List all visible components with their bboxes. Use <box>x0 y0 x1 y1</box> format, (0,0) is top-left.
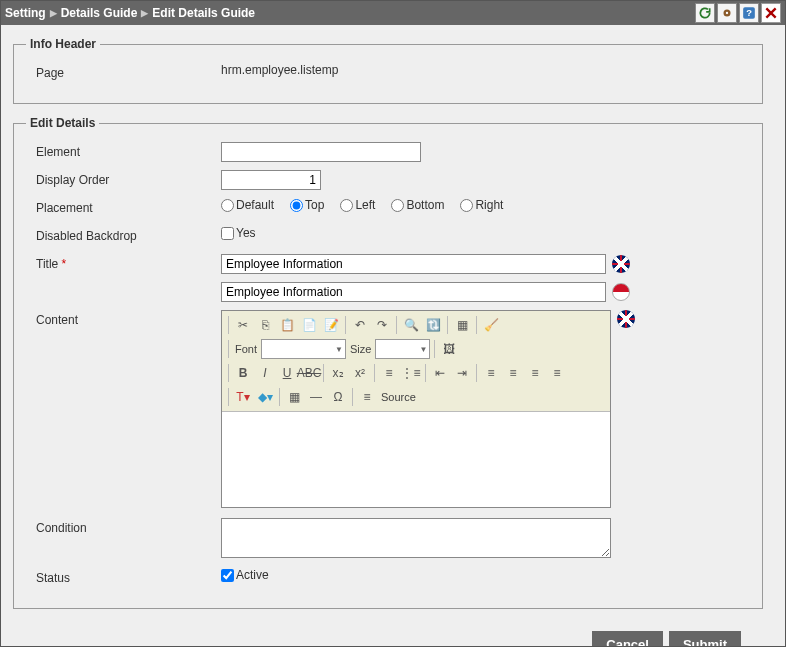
indonesia-flag-icon <box>612 283 630 301</box>
info-header-fieldset: Info Header Page hrm.employee.listemp <box>13 37 763 104</box>
placement-right-radio[interactable]: Right <box>460 198 503 212</box>
subscript-icon[interactable]: x₂ <box>328 363 348 383</box>
svg-text:?: ? <box>746 8 752 18</box>
paste-icon[interactable]: 📋 <box>277 315 297 335</box>
submit-button[interactable]: Submit <box>669 631 741 646</box>
condition-label: Condition <box>26 518 221 535</box>
close-button[interactable] <box>761 3 781 23</box>
placement-default-radio[interactable]: Default <box>221 198 274 212</box>
status-label: Status <box>26 568 221 585</box>
titlebar: Setting ▶ Details Guide ▶ Edit Details G… <box>1 1 785 25</box>
redo-icon[interactable]: ↷ <box>372 315 392 335</box>
unordered-list-icon[interactable]: ⋮≡ <box>401 363 421 383</box>
text-color-icon[interactable]: T▾ <box>233 387 253 407</box>
rich-text-editor: ✂ ⎘ 📋 📄 📝 ↶ ↷ 🔍 🔃 <box>221 310 611 508</box>
align-center-icon[interactable]: ≡ <box>503 363 523 383</box>
source-icon[interactable]: ≡ <box>357 387 377 407</box>
bg-color-icon[interactable]: ◆▾ <box>255 387 275 407</box>
display-order-input[interactable] <box>221 170 321 190</box>
display-order-label: Display Order <box>26 170 221 187</box>
title-en-input[interactable] <box>221 254 606 274</box>
ordered-list-icon[interactable]: ≡ <box>379 363 399 383</box>
indent-icon[interactable]: ⇥ <box>452 363 472 383</box>
footer: Cancel Submit <box>13 621 763 646</box>
fieldset-legend: Info Header <box>26 37 100 51</box>
align-right-icon[interactable]: ≡ <box>525 363 545 383</box>
chevron-right-icon: ▶ <box>141 8 148 18</box>
page-value: hrm.employee.listemp <box>221 63 750 77</box>
placement-left-radio[interactable]: Left <box>340 198 375 212</box>
image-icon[interactable]: 🖼 <box>439 339 459 359</box>
font-select[interactable]: ▼ <box>261 339 346 359</box>
uk-flag-icon <box>612 255 630 273</box>
edit-details-fieldset: Edit Details Element Display Order Place… <box>13 116 763 609</box>
placement-label: Placement <box>26 198 221 215</box>
superscript-icon[interactable]: x² <box>350 363 370 383</box>
paste-text-icon[interactable]: 📄 <box>299 315 319 335</box>
strike-icon[interactable]: ABC <box>299 363 319 383</box>
placement-top-radio[interactable]: Top <box>290 198 324 212</box>
condition-textarea[interactable] <box>221 518 611 558</box>
page-label: Page <box>26 63 221 80</box>
outdent-icon[interactable]: ⇤ <box>430 363 450 383</box>
element-input[interactable] <box>221 142 421 162</box>
refresh-button[interactable] <box>695 3 715 23</box>
cancel-button[interactable]: Cancel <box>592 631 663 646</box>
undo-icon[interactable]: ↶ <box>350 315 370 335</box>
title-id-input[interactable] <box>221 282 606 302</box>
help-button[interactable]: ? <box>739 3 759 23</box>
element-label: Element <box>26 142 221 159</box>
remove-format-icon[interactable]: 🧹 <box>481 315 501 335</box>
editor-body[interactable] <box>222 412 610 507</box>
source-label[interactable]: Source <box>379 391 418 403</box>
replace-icon[interactable]: 🔃 <box>423 315 443 335</box>
titlebar-actions: ? <box>695 3 781 23</box>
copy-icon[interactable]: ⎘ <box>255 315 275 335</box>
title-label: Title * <box>26 254 221 271</box>
svg-point-1 <box>726 12 728 14</box>
size-label: Size <box>348 343 373 355</box>
breadcrumb-item: Edit Details Guide <box>152 6 255 20</box>
align-left-icon[interactable]: ≡ <box>481 363 501 383</box>
cut-icon[interactable]: ✂ <box>233 315 253 335</box>
placement-bottom-radio[interactable]: Bottom <box>391 198 444 212</box>
italic-icon[interactable]: I <box>255 363 275 383</box>
content-area: Info Header Page hrm.employee.listemp Ed… <box>1 25 785 646</box>
editor-toolbar: ✂ ⎘ 📋 📄 📝 ↶ ↷ 🔍 🔃 <box>222 311 610 412</box>
font-label: Font <box>233 343 259 355</box>
content-label: Content <box>26 310 221 327</box>
fieldset-legend: Edit Details <box>26 116 99 130</box>
breadcrumb-item[interactable]: Details Guide <box>61 6 138 20</box>
status-active-checkbox[interactable]: Active <box>221 568 269 582</box>
underline-icon[interactable]: U <box>277 363 297 383</box>
uk-flag-icon <box>617 310 635 328</box>
size-select[interactable]: ▼ <box>375 339 430 359</box>
settings-button[interactable] <box>717 3 737 23</box>
align-justify-icon[interactable]: ≡ <box>547 363 567 383</box>
breadcrumb-item[interactable]: Setting <box>5 6 46 20</box>
breadcrumb: Setting ▶ Details Guide ▶ Edit Details G… <box>5 6 255 20</box>
special-char-icon[interactable]: Ω <box>328 387 348 407</box>
disabled-backdrop-label: Disabled Backdrop <box>26 226 221 243</box>
disabled-backdrop-checkbox[interactable]: Yes <box>221 226 256 240</box>
table-icon[interactable]: ▦ <box>284 387 304 407</box>
paste-word-icon[interactable]: 📝 <box>321 315 341 335</box>
dialog-window: Setting ▶ Details Guide ▶ Edit Details G… <box>0 0 786 647</box>
chevron-right-icon: ▶ <box>50 8 57 18</box>
bold-icon[interactable]: B <box>233 363 253 383</box>
find-icon[interactable]: 🔍 <box>401 315 421 335</box>
hr-icon[interactable]: — <box>306 387 326 407</box>
select-all-icon[interactable]: ▦ <box>452 315 472 335</box>
